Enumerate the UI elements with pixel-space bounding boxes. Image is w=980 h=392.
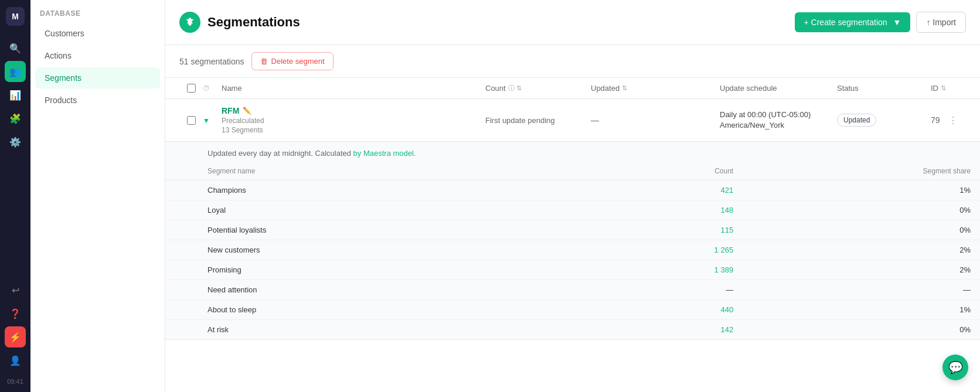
sub-row-name: Champions (165, 180, 624, 200)
sub-table-row: About to sleep4401% (165, 300, 980, 320)
row-id: 79 ⋮ (931, 112, 966, 128)
select-all-checkbox[interactable] (187, 84, 196, 93)
nav-sidebar: Database Customers Actions Segments Prod… (30, 0, 165, 392)
exit-icon[interactable]: ↩ (5, 279, 26, 301)
sub-row-name: Promising (165, 260, 624, 280)
import-button[interactable]: ↑ Import (916, 12, 966, 33)
sub-row-name: At risk (165, 320, 624, 340)
sub-th-count: Count (624, 162, 743, 180)
sub-table-row: Promising1 3892% (165, 260, 980, 280)
icon-sidebar: M 🔍 👥 📊 🧩 ⚙️ ↩ ❓ ⚡ 👤 09:41 (0, 0, 30, 392)
count-sort-icon: ⓘ ⇅ (508, 84, 522, 93)
sub-th-share: Segment share (743, 162, 980, 180)
id-sort-icon: ⇅ (941, 84, 946, 92)
help-icon[interactable]: ❓ (5, 303, 26, 324)
row-updated: — (591, 115, 720, 125)
sub-row-share: — (743, 280, 980, 300)
sub-table-row: Champions4211% (165, 180, 980, 200)
sub-row-share: 0% (743, 220, 980, 240)
sub-row-share: 2% (743, 240, 980, 260)
sub-th-name: Segment name (165, 162, 624, 180)
page-header: Segmentations + Create segmentation ▼ ↑ … (165, 0, 980, 45)
puzzle-icon[interactable]: 🧩 (5, 108, 26, 129)
chart-icon[interactable]: 📊 (5, 84, 26, 105)
row-status: Updated (837, 114, 931, 127)
row-menu-button[interactable]: ⋮ (945, 112, 961, 128)
expanded-panel: Updated every day at midnight. Calculate… (165, 142, 980, 340)
sidebar-item-actions[interactable]: Actions (35, 45, 160, 66)
th-updated[interactable]: Updated ⇅ (591, 84, 720, 93)
sub-table: Segment name Count Segment share Champio… (165, 162, 980, 339)
person-icon[interactable]: 👤 (5, 350, 26, 371)
row-sub2: 13 Segments (222, 126, 263, 134)
nav-section-label: Database (30, 9, 165, 22)
main-content: Segmentations + Create segmentation ▼ ↑ … (165, 0, 980, 392)
row-name: RFM ✏️ Precalculated 13 Segments (222, 106, 485, 134)
row-expand-icon[interactable]: ▼ (203, 115, 222, 125)
th-id[interactable]: ID ⇅ (931, 84, 966, 93)
table-header: ⏱ Name Count ⓘ ⇅ Updated ⇅ Update schedu… (165, 78, 980, 99)
th-schedule: Update schedule (720, 84, 837, 93)
row-sub1: Precalculated (222, 117, 264, 125)
sub-table-row: New customers1 2652% (165, 240, 980, 260)
sub-table-row: Potential loyalists1150% (165, 220, 980, 240)
sub-row-count: 1 265 (624, 240, 743, 260)
page-title-group: Segmentations (179, 12, 300, 33)
th-status: Status (837, 84, 931, 93)
th-name: Name (222, 84, 485, 93)
sub-table-row: Loyal1480% (165, 200, 980, 220)
chat-bubble[interactable]: 💬 (942, 354, 968, 380)
sidebar-item-segments[interactable]: Segments (35, 67, 160, 88)
lightning-icon[interactable]: ⚡ (5, 326, 26, 347)
th-expand: ⏱ (203, 84, 222, 93)
sub-row-count: 148 (624, 200, 743, 220)
maestra-model-link[interactable]: by Maestra model. (353, 149, 416, 158)
create-segmentation-button[interactable]: + Create segmentation ▼ (795, 12, 911, 32)
sub-row-share: 2% (743, 260, 980, 280)
sub-row-share: 1% (743, 300, 980, 320)
sub-row-share: 1% (743, 180, 980, 200)
edit-icon[interactable]: ✏️ (243, 107, 251, 115)
header-actions: + Create segmentation ▼ ↑ Import (795, 12, 966, 33)
sub-table-row: At risk1420% (165, 320, 980, 340)
select-all-checkbox-cell (179, 84, 203, 93)
sub-row-share: 0% (743, 320, 980, 340)
sub-row-count: 421 (624, 180, 743, 200)
expanded-note: Updated every day at midnight. Calculate… (165, 142, 980, 162)
sub-row-count: 142 (624, 320, 743, 340)
row-schedule: Daily at 00:00 (UTC-05:00) America/New_Y… (720, 110, 837, 131)
sub-row-count: — (624, 280, 743, 300)
sidebar-item-customers[interactable]: Customers (35, 23, 160, 44)
sub-row-share: 0% (743, 200, 980, 220)
row-name-text: RFM (222, 106, 239, 115)
page-logo-icon (179, 12, 200, 33)
time-display: 09:41 (7, 378, 23, 385)
toolbar: 51 segmentations 🗑 Delete segment (165, 45, 980, 78)
sub-row-name: New customers (165, 240, 624, 260)
table-container: ⏱ Name Count ⓘ ⇅ Updated ⇅ Update schedu… (165, 78, 980, 340)
sub-table-row: Need attention—— (165, 280, 980, 300)
sub-row-name: Loyal (165, 200, 624, 220)
search-icon[interactable]: 🔍 (5, 38, 26, 59)
sub-row-name: About to sleep (165, 300, 624, 320)
settings-icon[interactable]: ⚙️ (5, 131, 26, 152)
sub-row-name: Potential loyalists (165, 220, 624, 240)
delete-segment-button[interactable]: 🗑 Delete segment (251, 52, 334, 70)
row-checkbox-cell (179, 116, 203, 125)
users-icon[interactable]: 👥 (5, 61, 26, 82)
sidebar-item-products[interactable]: Products (35, 90, 160, 111)
svg-point-0 (189, 23, 192, 26)
row-count: First update pending (485, 116, 591, 125)
th-count[interactable]: Count ⓘ ⇅ (485, 84, 591, 93)
sub-row-count: 1 389 (624, 260, 743, 280)
sub-row-count: 440 (624, 300, 743, 320)
sub-row-count: 115 (624, 220, 743, 240)
segmentation-count: 51 segmentations (179, 57, 244, 66)
row-checkbox[interactable] (187, 116, 196, 125)
page-title: Segmentations (207, 15, 300, 30)
table-row: ▼ RFM ✏️ Precalculated 13 Segments First… (165, 99, 980, 142)
sub-row-name: Need attention (165, 280, 624, 300)
app-logo: M (6, 7, 25, 26)
status-badge: Updated (837, 114, 876, 127)
updated-sort-icon: ⇅ (622, 84, 627, 92)
